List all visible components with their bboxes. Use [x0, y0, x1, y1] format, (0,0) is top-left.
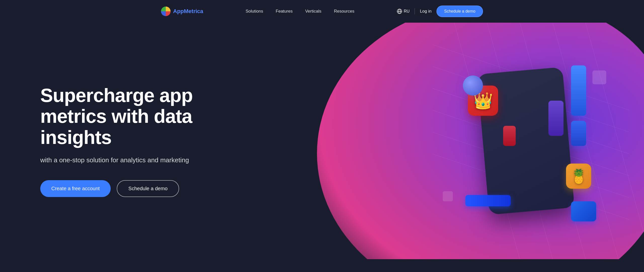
hero-content: Supercharge app metrics with data insigh… [0, 65, 201, 217]
lang-label: RU [404, 9, 410, 14]
app-icon-pineapple: 🍍 [566, 164, 591, 189]
hero-section: Supercharge app metrics with data insigh… [0, 23, 644, 259]
decoration-square-2 [443, 191, 453, 201]
hero-buttons: Create a free account Schedule a demo [40, 180, 201, 197]
nav-divider [415, 8, 415, 14]
hero-title: Supercharge app metrics with data insigh… [40, 85, 201, 148]
logo-text: AppMetrica [173, 8, 203, 15]
card-blue-bottom [465, 195, 511, 206]
sphere-decoration [463, 75, 483, 96]
logo[interactable]: AppMetrica [161, 7, 203, 16]
hero-visual: 👑 🍍 [453, 55, 599, 226]
nav-right: RU Log in Schedule a demo [397, 6, 483, 17]
nav-solutions[interactable]: Solutions [246, 9, 263, 14]
nav-verticals[interactable]: Verticals [305, 9, 321, 14]
logo-icon [161, 7, 171, 16]
cta-primary-button[interactable]: Create a free account [40, 180, 111, 197]
card-blue-floating [571, 201, 596, 221]
bar-purple [548, 101, 564, 136]
bar-red-small [503, 126, 516, 146]
bar-blue-tall [571, 65, 586, 116]
hero-subtitle: with a one-stop solution for analytics a… [40, 155, 201, 165]
globe-icon [397, 9, 402, 14]
cta-secondary-button[interactable]: Schedule a demo [117, 180, 179, 197]
bar-blue-short [571, 121, 586, 146]
nav-features[interactable]: Features [276, 9, 293, 14]
nav-resources[interactable]: Resources [334, 9, 354, 14]
decoration-square-1 [592, 70, 606, 84]
language-selector[interactable]: RU [397, 9, 410, 14]
nav-demo-button[interactable]: Schedule a demo [436, 6, 483, 17]
nav-links: Solutions Features Verticals Resources [246, 9, 354, 14]
login-link[interactable]: Log in [420, 9, 431, 14]
navbar: AppMetrica Solutions Features Verticals … [146, 0, 498, 23]
